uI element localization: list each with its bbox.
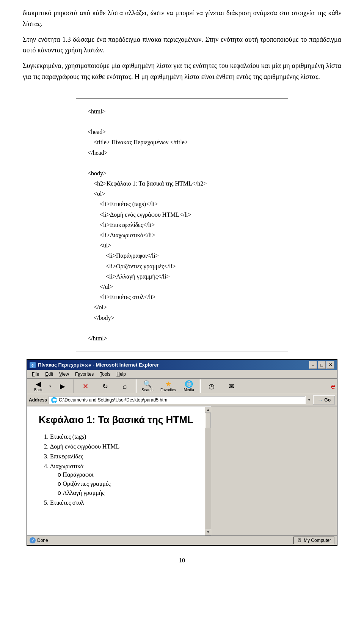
- search-button[interactable]: 🔍 Search: [138, 379, 157, 393]
- back-label: Back: [34, 388, 42, 392]
- browser-window: e Πίνακας Περιεχομένων - Microsoft Inter…: [27, 359, 337, 546]
- favorites-label: Favorites: [160, 388, 176, 392]
- ol-item-4: Διαχωριστικά Παράγραφοι Οριζόντιες γραμμ…: [50, 463, 193, 496]
- code-line-5: </head>: [88, 148, 276, 158]
- search-label: Search: [141, 388, 154, 392]
- back-dropdown[interactable]: ▾: [48, 383, 52, 390]
- media-icon: 🌐: [185, 381, 193, 387]
- title-bar: e Πίνακας Περιεχομένων - Microsoft Inter…: [27, 360, 337, 370]
- code-line-14: <ul>: [88, 240, 276, 250]
- paragraph-3: Συγκεκριμένα, χρησιμοποιούμε μία αριθμημ…: [23, 60, 341, 82]
- toolbar-separator-3: [200, 379, 201, 393]
- code-line-8: <h2>Κεφάλαιο 1: Τα βασικά της HTML</h2>: [88, 178, 276, 189]
- favorites-icon: ★: [165, 381, 171, 387]
- stop-button[interactable]: ✕: [76, 382, 95, 391]
- window-title: Πίνακας Περιεχομένων - Microsoft Interne…: [38, 362, 159, 368]
- ol-item-1: Ετικέτες (tags): [50, 433, 193, 440]
- menu-file[interactable]: File: [29, 371, 42, 378]
- stop-icon: ✕: [83, 383, 88, 390]
- history-button[interactable]: ◷: [202, 382, 221, 391]
- forward-icon: ▶: [60, 383, 65, 390]
- forward-button[interactable]: ▶: [53, 382, 72, 391]
- ul-item-2: Οριζόντιες γραμμές: [58, 480, 193, 487]
- mail-button[interactable]: ✉: [222, 382, 241, 391]
- code-line-6: [88, 158, 276, 168]
- menu-help[interactable]: Help: [113, 371, 129, 378]
- ol-item-5: Ετικέτες στυλ: [50, 499, 193, 506]
- media-label: Media: [184, 388, 194, 392]
- mail-icon: ✉: [229, 383, 234, 390]
- search-icon: 🔍: [143, 381, 152, 387]
- page-number: 10: [0, 553, 364, 571]
- back-button[interactable]: ◀ Back: [29, 379, 48, 393]
- refresh-icon: ↻: [102, 383, 108, 390]
- scroll-track[interactable]: [205, 413, 211, 529]
- code-line-18: </ul>: [88, 282, 276, 292]
- scroll-up-button[interactable]: ▲: [205, 406, 211, 413]
- code-line-12: <li>Επικεφαλίδες</li>: [88, 220, 276, 230]
- paragraph-2: Στην ενότητα 1.3 δώσαμε ένα παράδειγμα π…: [23, 34, 341, 56]
- chapter-title: Κεφάλαιο 1: Τα βασικά της HTML: [39, 414, 193, 426]
- menu-edit[interactable]: Edit: [42, 371, 56, 378]
- status-computer-text: My Computer: [304, 538, 331, 543]
- ol-item-3: Επικεφαλίδες: [50, 453, 193, 460]
- history-icon: ◷: [209, 383, 215, 390]
- minimize-button[interactable]: –: [309, 361, 317, 369]
- home-button[interactable]: ⌂: [115, 382, 134, 391]
- status-done-text: Done: [37, 538, 48, 543]
- title-bar-left: e Πίνακας Περιεχομένων - Microsoft Inter…: [30, 362, 159, 368]
- scroll-thumb[interactable]: [205, 413, 211, 428]
- toolbar-separator-1: [74, 379, 74, 393]
- address-value: C:\Documents and Settings\User\Desktop\p…: [59, 397, 167, 403]
- menu-tools[interactable]: Tools: [97, 371, 113, 378]
- computer-icon: 🖥: [297, 537, 302, 543]
- toolbar: ◀ Back ▾ ▶ ✕ ↻ ⌂ 🔍 Search ★ Favorites 🌐: [27, 379, 337, 394]
- scroll-down-button[interactable]: ▼: [205, 529, 211, 535]
- code-line-17: <li>Αλλαγή γραμμής</li>: [88, 271, 276, 282]
- address-label: Address: [29, 397, 47, 403]
- address-bar: Address 🌐 C:\Documents and Settings\User…: [27, 394, 337, 406]
- menu-favorites[interactable]: Favorites: [72, 371, 97, 378]
- ol-item-2: Δομή ενός εγγράφου HTML: [50, 443, 193, 450]
- home-icon: ⌂: [123, 383, 127, 390]
- media-button[interactable]: 🌐 Media: [179, 379, 198, 393]
- browser-icon: e: [30, 362, 36, 368]
- content-wrapper: Κεφάλαιο 1: Τα βασικά της HTML Ετικέτες …: [27, 406, 337, 535]
- go-label: Go: [324, 397, 331, 403]
- favorites-button[interactable]: ★ Favorites: [158, 379, 179, 393]
- restore-button[interactable]: □: [318, 361, 326, 369]
- refresh-button[interactable]: ↻: [96, 382, 115, 391]
- content-ul: Παράγραφοι Οριζόντιες γραμμές Αλλαγή γρα…: [50, 471, 193, 496]
- code-line-7: <body>: [88, 168, 276, 178]
- address-input-container[interactable]: 🌐 C:\Documents and Settings\User\Desktop…: [49, 396, 306, 404]
- ul-item-3: Αλλαγή γραμμής: [58, 490, 193, 496]
- code-line-9: <ol>: [88, 189, 276, 199]
- close-button[interactable]: ✕: [326, 361, 334, 369]
- code-line-23: </html>: [88, 333, 276, 343]
- code-line-11: <li>Δομή ενός εγγράφου HTML</li>: [88, 209, 276, 220]
- go-button[interactable]: → Go: [313, 395, 335, 405]
- ie-logo: e: [331, 382, 335, 391]
- code-line-4: <title> Πίνακας Περιεχομένων </title>: [88, 137, 276, 147]
- code-line-3: <head>: [88, 127, 276, 137]
- page-icon: 🌐: [51, 397, 57, 403]
- browser-content: Κεφάλαιο 1: Τα βασικά της HTML Ετικέτες …: [27, 406, 205, 535]
- code-line-2: [88, 116, 276, 127]
- code-line-20: </ol>: [88, 302, 276, 312]
- code-line-16: <li>Οριζόντιες γραμμές</li>: [88, 261, 276, 271]
- code-line-21: </body>: [88, 313, 276, 323]
- code-box: <html> <head> <title> Πίνακας Περιεχομέν…: [76, 98, 288, 351]
- status-right: 🖥 My Computer: [293, 537, 334, 544]
- code-line-22: [88, 323, 276, 333]
- scrollbar[interactable]: ▲ ▼: [205, 406, 211, 535]
- paragraph-1: διακριτικό μπροστά από κάθε λίστα αλλάζε…: [23, 8, 341, 30]
- ul-item-1: Παράγραφοι: [58, 471, 193, 478]
- address-dropdown[interactable]: ▾: [307, 396, 311, 404]
- status-bar: ✓ Done 🖥 My Computer: [27, 535, 337, 545]
- text-section: διακριτικό μπροστά από κάθε λίστα αλλάζε…: [0, 0, 364, 91]
- title-bar-buttons[interactable]: – □ ✕: [309, 361, 334, 369]
- menu-view[interactable]: View: [56, 371, 72, 378]
- code-line-10: <li>Ετικέτες (tags)</li>: [88, 199, 276, 209]
- status-done-icon: ✓: [30, 537, 36, 543]
- code-line-13: <li>Διαχωριστικά</li>: [88, 230, 276, 240]
